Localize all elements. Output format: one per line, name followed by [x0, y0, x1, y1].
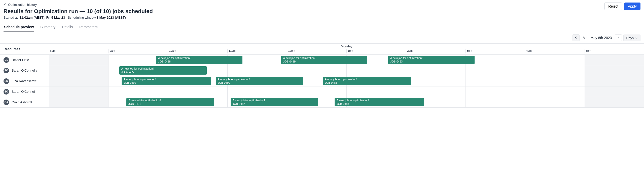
avatar: ER: [4, 78, 9, 84]
job-title: A new job for optimization!: [121, 67, 205, 71]
job-block[interactable]: A new job for optimization!JOB-0485: [119, 66, 207, 75]
resource-name: Sarah O'Connelly: [12, 69, 37, 72]
avatar: DL: [4, 57, 9, 63]
resource-name: Elza Ravenscroft: [12, 79, 36, 83]
job-block[interactable]: A new job for optimization!JOB-0492: [122, 77, 211, 85]
hour-label: 3pm: [466, 49, 525, 53]
resource-cell[interactable]: ERElza Ravenscroft: [0, 76, 49, 86]
resource-name: Craig Ashcroft: [12, 100, 32, 104]
avatar: CA: [4, 100, 9, 105]
job-block[interactable]: A new job for optimization!JOB-0491: [126, 98, 214, 106]
window-value: 8 May 2023 (AEST): [97, 16, 126, 19]
started-label: Started at:: [4, 16, 19, 19]
job-title: A new job for optimization!: [325, 78, 409, 81]
job-title: A new job for optimization!: [233, 99, 316, 102]
job-block[interactable]: A new job for optimization!JOB-0490: [216, 77, 303, 85]
chevron-left-icon: [575, 36, 578, 40]
tab-parameters[interactable]: Parameters: [79, 23, 98, 32]
tab-summary[interactable]: Summary: [40, 23, 56, 32]
timeline-row: A new job for optimization!JOB-0491A new…: [49, 97, 644, 108]
job-code: JOB-0492: [124, 81, 209, 85]
timeline-row: A new job for optimization!JOB-0488A new…: [49, 55, 644, 65]
hour-label: 2pm: [406, 49, 465, 53]
job-block[interactable]: A new job for optimization!JOB-0483: [388, 56, 475, 64]
job-code: JOB-0488: [158, 60, 240, 64]
job-block[interactable]: A new job for optimization!JOB-0486: [323, 77, 411, 85]
tab-details[interactable]: Details: [61, 23, 73, 32]
meta-line: Started at: 11:02am (AEST), Fri 5 May 23…: [4, 16, 153, 19]
hour-label: 9am: [108, 49, 168, 53]
back-link[interactable]: Optimization history: [4, 3, 37, 7]
back-link-label: Optimization history: [8, 3, 37, 7]
job-title: A new job for optimization!: [124, 78, 209, 81]
tab-schedule-preview[interactable]: Schedule preview: [4, 23, 34, 32]
prev-day-button[interactable]: [573, 34, 580, 41]
granularity-select[interactable]: Days: [623, 35, 640, 41]
hour-label: 4pm: [525, 49, 584, 53]
hour-label: 11am: [227, 49, 287, 53]
resource-cell[interactable]: DLDexter Little: [0, 55, 49, 65]
chevron-left-icon: [4, 3, 7, 7]
reject-button[interactable]: Reject: [604, 3, 622, 10]
job-code: JOB-0491: [128, 102, 212, 106]
job-title: A new job for optimization!: [128, 99, 212, 102]
apply-button[interactable]: Apply: [624, 3, 640, 10]
resource-cell[interactable]: CACraig Ashcroft: [0, 97, 49, 108]
job-code: JOB-0485: [121, 71, 205, 74]
avatar: SO: [4, 89, 9, 95]
job-title: A new job for optimization!: [158, 56, 240, 60]
job-title: A new job for optimization!: [390, 56, 473, 60]
timeline-row: A new job for optimization!JOB-0492A new…: [49, 76, 644, 86]
avatar: SO: [4, 68, 9, 73]
resource-name: Sarah O'Connelll: [12, 90, 36, 94]
job-block[interactable]: A new job for optimization!JOB-0489: [281, 56, 368, 64]
started-value: 11:02am (AEST), Fri 5 May 23: [20, 16, 65, 19]
resource-cell[interactable]: SOSarah O'Connelly: [0, 65, 49, 76]
hour-label: 10am: [168, 49, 227, 53]
current-date-label: Mon May 8th 2023: [583, 36, 612, 40]
job-code: JOB-0489: [283, 60, 366, 64]
job-code: JOB-0483: [390, 60, 473, 64]
granularity-label: Days: [626, 36, 634, 40]
hour-label: 8am: [49, 49, 108, 53]
job-code: JOB-0484: [337, 102, 422, 106]
hour-label: 5pm: [585, 49, 644, 53]
job-block[interactable]: A new job for optimization!JOB-0484: [335, 98, 424, 106]
hour-label: 1pm: [346, 49, 406, 53]
day-label: Monday: [49, 44, 644, 49]
resource-name: Dexter Little: [12, 58, 29, 62]
job-title: A new job for optimization!: [337, 99, 422, 102]
job-block[interactable]: A new job for optimization!JOB-0488: [156, 56, 242, 64]
page-title: Results for Optimization run — 10 (of 10…: [4, 8, 153, 15]
resource-cell[interactable]: SOSarah O'Connelll: [0, 86, 49, 97]
job-block[interactable]: A new job for optimization!JOB-0487: [231, 98, 318, 106]
chevron-down-icon: [635, 36, 638, 40]
chevron-right-icon: [617, 36, 620, 40]
job-code: JOB-0490: [218, 81, 301, 85]
job-title: A new job for optimization!: [218, 78, 301, 81]
resources-header: Resources: [0, 44, 49, 55]
job-code: JOB-0487: [233, 102, 316, 106]
job-code: JOB-0486: [325, 81, 409, 85]
hour-label: 12pm: [287, 49, 346, 53]
job-title: A new job for optimization!: [283, 56, 366, 60]
window-label: Scheduling window: [68, 16, 96, 19]
timeline-row: [49, 86, 644, 97]
next-day-button[interactable]: [615, 34, 622, 41]
timeline-row: A new job for optimization!JOB-0485: [49, 65, 644, 76]
